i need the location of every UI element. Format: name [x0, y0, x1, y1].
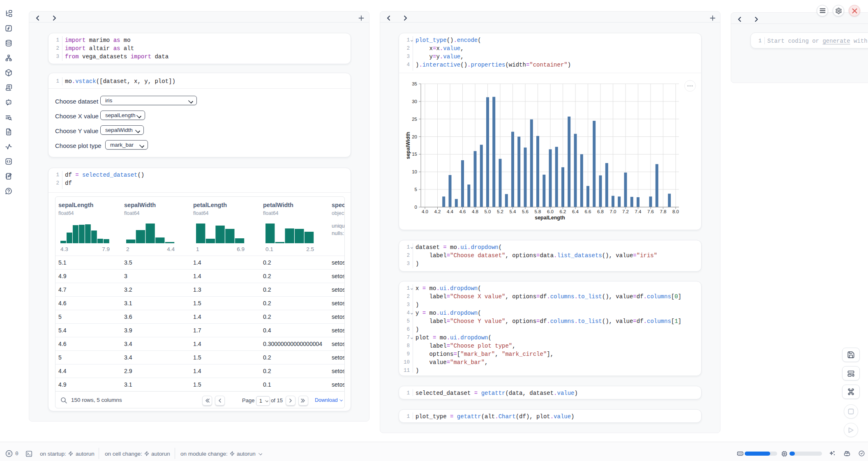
svg-text:5: 5	[415, 187, 417, 192]
svg-text:10: 10	[412, 169, 417, 174]
svg-text:4.6: 4.6	[459, 209, 466, 214]
svg-text:6.0: 6.0	[547, 209, 554, 214]
svg-text:7.8: 7.8	[660, 209, 667, 214]
svg-text:5.2: 5.2	[497, 209, 503, 214]
svg-text:4.8: 4.8	[472, 209, 478, 214]
svg-text:15: 15	[412, 152, 417, 157]
svg-text:8.0: 8.0	[672, 209, 679, 214]
svg-text:7.6: 7.6	[647, 209, 654, 214]
svg-text:7.4: 7.4	[635, 209, 642, 214]
svg-text:4.2: 4.2	[434, 209, 441, 214]
svg-text:4.0: 4.0	[422, 209, 428, 214]
svg-text:6.8: 6.8	[597, 209, 604, 214]
svg-text:6.6: 6.6	[585, 209, 591, 214]
svg-text:7.0: 7.0	[610, 209, 616, 214]
svg-text:sepalLength: sepalLength	[535, 215, 565, 221]
svg-text:0: 0	[415, 205, 417, 210]
svg-text:4.4: 4.4	[447, 209, 454, 214]
svg-text:5.8: 5.8	[535, 209, 541, 214]
svg-text:7.2: 7.2	[622, 209, 629, 214]
svg-text:20: 20	[412, 134, 417, 139]
svg-text:5.6: 5.6	[522, 209, 529, 214]
svg-text:5.4: 5.4	[510, 209, 517, 214]
svg-text:6.2: 6.2	[560, 209, 566, 214]
svg-text:25: 25	[412, 117, 417, 122]
svg-text:5.0: 5.0	[485, 209, 491, 214]
svg-text:35: 35	[412, 81, 417, 86]
svg-text:6.4: 6.4	[572, 209, 579, 214]
svg-text:sepalWidth: sepalWidth	[405, 132, 411, 159]
svg-text:30: 30	[412, 99, 417, 104]
